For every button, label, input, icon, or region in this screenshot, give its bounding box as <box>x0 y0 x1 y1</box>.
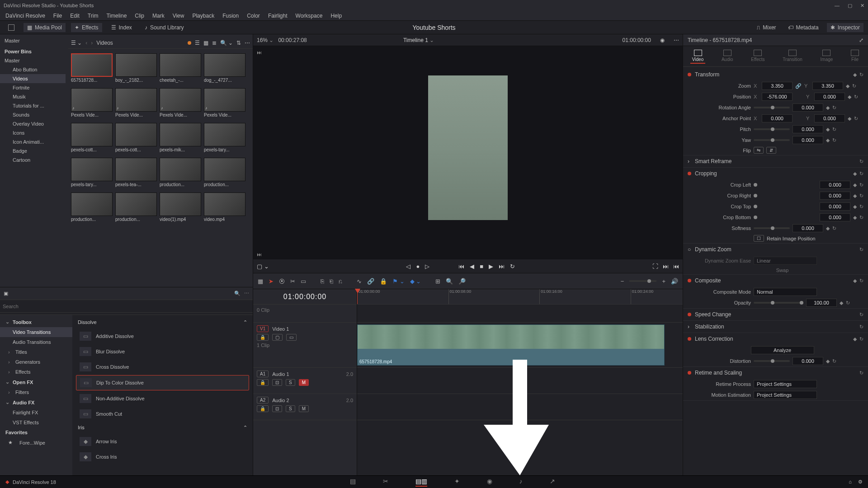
disable-video-button[interactable]: ▭ <box>286 334 297 341</box>
loop-button[interactable]: ↻ <box>510 263 515 270</box>
viewer-menu-icon[interactable]: ⋯ <box>674 37 679 43</box>
page-fusion[interactable]: ✦ <box>454 478 460 487</box>
bin-item[interactable]: Videos <box>0 74 66 83</box>
solo-button[interactable]: S <box>286 379 295 386</box>
zoom-y-input[interactable]: 3.350 <box>812 82 843 90</box>
menu-item[interactable]: Timeline <box>103 12 130 20</box>
stop-button[interactable]: ■ <box>480 263 483 270</box>
yaw-input[interactable]: 0.000 <box>793 136 823 144</box>
media-clip[interactable]: pexels-cott... <box>115 123 157 152</box>
rotation-input[interactable]: 0.000 <box>793 103 823 112</box>
nav-back-button[interactable]: ‹ <box>85 40 87 46</box>
bin-item[interactable]: Abo Button <box>0 65 66 74</box>
bin-master[interactable]: Master <box>0 36 66 45</box>
timeline-view-button[interactable]: ▦ <box>258 278 263 285</box>
menu-item[interactable]: Help <box>327 12 345 20</box>
media-clip[interactable]: pexels-mik... <box>160 123 201 152</box>
media-clip[interactable]: video.mp4 <box>204 192 245 222</box>
dynamic-zoom-header[interactable]: ○Dynamic Zoom↻ <box>683 244 868 255</box>
menu-item[interactable]: File <box>50 12 66 20</box>
crop-overlay-button[interactable]: ▢ ⌄ <box>257 263 269 270</box>
fx-cat-audio-transitions[interactable]: Audio Transitions <box>0 337 72 347</box>
favorites-group[interactable]: Favorites <box>0 427 72 437</box>
menu-item[interactable]: Mark <box>149 12 168 20</box>
media-clip[interactable]: production... <box>115 192 157 222</box>
auto-select-button[interactable]: ▢ <box>272 334 283 341</box>
keyframe-icon[interactable]: ◆ <box>846 83 849 89</box>
view-metadata-button[interactable]: ☰ <box>195 40 200 46</box>
link-icon[interactable]: 🔗 <box>367 278 374 285</box>
crop-slider[interactable] <box>754 205 757 208</box>
yaw-slider[interactable] <box>754 139 790 141</box>
media-clip[interactable]: ♪Pexels Vide... <box>115 88 157 117</box>
softness-slider[interactable] <box>754 227 790 229</box>
solo-button[interactable]: S <box>286 405 295 412</box>
dz-ease-select[interactable]: Linear <box>754 257 817 265</box>
page-color[interactable]: ◉ <box>487 478 492 487</box>
media-clip[interactable]: production... <box>71 192 113 222</box>
mixer-button[interactable]: ⎍Mixer <box>753 23 779 32</box>
zoom-level[interactable]: 16% <box>257 37 274 43</box>
fx-cat-effects[interactable]: Effects <box>15 369 30 375</box>
menu-icon[interactable]: ⋯ <box>245 40 250 46</box>
smart-reframe-header[interactable]: ›Smart Reframe↻ <box>683 155 868 167</box>
position-y-input[interactable]: 0.000 <box>814 93 845 101</box>
prev-clip-button[interactable]: ⏮ <box>673 263 679 270</box>
timeline-tracks[interactable]: 01:00:00:00 01:00:08:00 01:00:16:00 01:0… <box>357 289 683 475</box>
auto-select-button[interactable]: ⊡ <box>272 405 282 412</box>
fx-cat-filters[interactable]: Filters <box>15 389 29 395</box>
cropping-header[interactable]: Cropping◆↻ <box>683 168 868 179</box>
flip-v-button[interactable]: ⇵ <box>766 147 776 154</box>
toolbox-group[interactable]: Toolbox <box>13 319 32 325</box>
openfx-group[interactable]: Open FX <box>13 380 33 385</box>
next-edit-button[interactable]: ▷ <box>425 263 429 270</box>
zoom-to-fit-icon[interactable]: 🔍 <box>446 278 453 285</box>
distortion-slider[interactable] <box>754 360 790 362</box>
lock-track-button[interactable]: 🔒 <box>257 405 269 412</box>
project-settings-icon[interactable]: ⚙ <box>858 479 863 485</box>
analyze-button[interactable]: Analyze <box>751 346 814 354</box>
search-icon[interactable]: 🔍 ⌄ <box>220 40 233 46</box>
timeline-ruler[interactable]: 01:00:00:00 01:00:08:00 01:00:16:00 01:0… <box>357 289 683 305</box>
menu-item[interactable]: Color <box>243 12 264 20</box>
fx-cat-video-transitions[interactable]: Video Transitions <box>0 327 72 337</box>
page-fairlight[interactable]: ♪ <box>519 478 523 487</box>
panel-toggle-button[interactable]: ▣ <box>4 291 8 296</box>
media-clip[interactable]: pexels-cott... <box>71 123 113 152</box>
crop-slider[interactable] <box>754 216 757 219</box>
replace-button[interactable]: ⎌ <box>339 278 342 285</box>
pitch-input[interactable]: 0.000 <box>793 125 823 133</box>
track-a2-tag[interactable]: A2 <box>257 397 269 404</box>
stabilization-header[interactable]: ›Stabilization↻ <box>683 321 868 333</box>
close-button[interactable]: ✕ <box>860 3 864 9</box>
fx-transition-item[interactable]: ▭Additive Dissolve <box>76 329 249 343</box>
fx-transition-item[interactable]: ▭Cross Dissolve <box>76 360 249 374</box>
menu-icon[interactable]: ⋯ <box>244 291 249 296</box>
rotation-slider[interactable] <box>754 107 790 108</box>
bin-item[interactable]: Tutorials for ... <box>0 101 66 110</box>
inspector-tab-effects[interactable]: Effects <box>749 49 766 64</box>
track-a1-tag[interactable]: A1 <box>257 371 269 377</box>
collapse-icon[interactable]: ⌃ <box>243 319 247 325</box>
sort-icon[interactable]: ⇅ <box>236 40 241 46</box>
lock-track-button[interactable]: 🔒 <box>257 379 269 386</box>
bin-item[interactable]: Sounds <box>0 110 66 119</box>
page-cut[interactable]: ✂ <box>383 478 388 487</box>
reset-icon[interactable]: ↻ <box>859 72 863 78</box>
bin-item[interactable]: Musik <box>0 92 66 101</box>
crop-top-input[interactable]: 0.000 <box>820 202 850 211</box>
section-enable-icon[interactable] <box>688 73 691 76</box>
viewer[interactable]: ⏭ <box>253 46 683 249</box>
zoom-x-input[interactable]: 3.350 <box>762 82 793 90</box>
next-clip-button[interactable]: ⏭ <box>663 263 669 270</box>
menu-item[interactable]: View <box>169 12 188 20</box>
fx-transition-item[interactable]: ▭Smooth Cut <box>76 407 249 421</box>
selection-tool[interactable]: ➤ <box>269 278 274 285</box>
nav-fwd-button[interactable]: › <box>91 40 93 46</box>
media-clip[interactable]: ♪Pexels Vide... <box>204 88 245 117</box>
bin-view-toggle[interactable]: ☰ ⌄ <box>71 40 82 46</box>
reset-icon[interactable]: ↻ <box>852 83 856 89</box>
dynamic-trim-icon[interactable]: ∿ <box>357 278 362 285</box>
fx-transition-item[interactable]: ◆Arrow Iris <box>76 434 249 449</box>
media-clip[interactable]: pexels-tary... <box>71 158 113 187</box>
